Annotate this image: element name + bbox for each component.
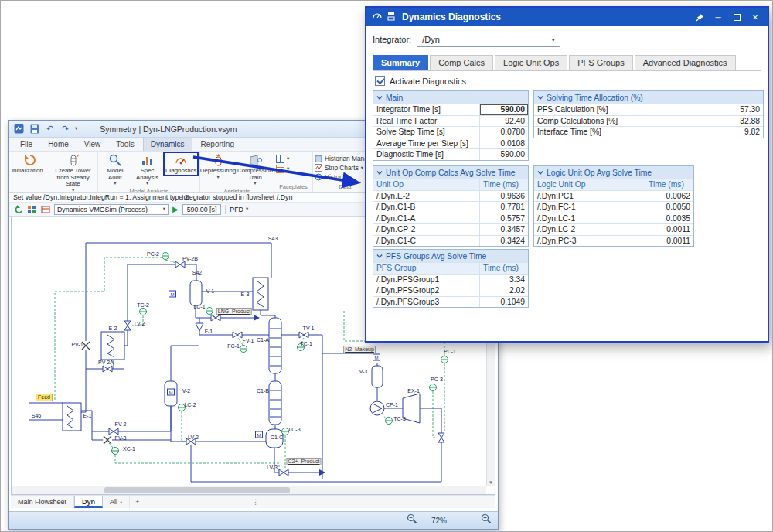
- flowsheet-tab-dyn[interactable]: Dyn: [74, 496, 103, 508]
- view-mode-selector[interactable]: PFD ▾: [230, 206, 248, 213]
- pfs-group-time[interactable]: 3.34: [480, 275, 528, 285]
- flowsheet-label[interactable]: LV-3: [267, 465, 278, 471]
- logic-op-name[interactable]: /.Dyn.FC-1: [534, 202, 645, 213]
- logic-op-time[interactable]: 0.0011: [645, 236, 693, 247]
- faceplates-button-2[interactable]: ▾: [276, 165, 311, 173]
- tab-dynamics[interactable]: Dynamics: [143, 138, 192, 151]
- flowsheet-label[interactable]: C1-C: [271, 435, 283, 441]
- property-value[interactable]: 32.88: [707, 116, 763, 127]
- unit-op-name[interactable]: /.Dyn.C1-B: [373, 202, 480, 213]
- zoom-in-icon[interactable]: [481, 513, 492, 527]
- flowsheet-label[interactable]: N2_Makeup: [343, 346, 376, 353]
- property-value[interactable]: 590.00: [480, 104, 528, 115]
- property-value[interactable]: 57.30: [707, 104, 763, 115]
- integrator-time-box[interactable]: 590.00 [s]: [182, 204, 222, 215]
- spec-analysis-button[interactable]: Spec Analysis ▾: [131, 152, 164, 187]
- redo-icon[interactable]: ↷: [60, 123, 71, 135]
- column-header[interactable]: Time (ms): [645, 179, 693, 190]
- column-header[interactable]: Unit Op: [373, 179, 480, 190]
- tab-summary[interactable]: Summary: [373, 55, 428, 70]
- titlebar-caret-icon[interactable]: ▾: [75, 126, 77, 131]
- flowsheet-label[interactable]: XC-1: [123, 446, 135, 452]
- flowsheet-label[interactable]: FV-2: [115, 421, 127, 428]
- logic-table-header[interactable]: Logic Unit Op Avg Solve Time: [534, 166, 693, 179]
- tab-advanced-diagnostics[interactable]: Advanced Diagnostics: [635, 55, 736, 70]
- unit-op-name[interactable]: /.Dyn.C1-A: [373, 213, 480, 224]
- environment-selector[interactable]: Dynamics-VMGSim (Process) ▾: [54, 204, 169, 215]
- flowsheet-tab-all[interactable]: All ▴: [103, 496, 130, 508]
- tabbar-splitter-icon[interactable]: ⋮: [252, 496, 259, 508]
- workspace-icon[interactable]: [40, 204, 50, 214]
- unit-op-name[interactable]: /.Dyn.CP-2: [373, 224, 480, 235]
- tab-home[interactable]: Home: [41, 138, 76, 151]
- horizontal-scrollbar[interactable]: [12, 486, 486, 494]
- pin-icon[interactable]: [693, 11, 707, 23]
- logic-op-time[interactable]: 0.0062: [645, 191, 693, 202]
- flowsheet-label[interactable]: FC-1: [227, 343, 240, 350]
- column-header[interactable]: Time (ms): [480, 179, 528, 190]
- unitop-table-header[interactable]: Unit Op Comp Calcs Avg Solve Time: [373, 166, 528, 179]
- faceplates-button-1[interactable]: ▾: [276, 155, 311, 163]
- flowsheet-label[interactable]: S42: [192, 270, 202, 276]
- tab-pfs-groups[interactable]: PFS Groups: [569, 55, 633, 70]
- tab-view[interactable]: View: [77, 138, 108, 151]
- logic-op-name[interactable]: /.Dyn.PC-3: [534, 236, 645, 247]
- flowsheet-label[interactable]: PC-1: [444, 349, 456, 355]
- maximize-button[interactable]: [730, 11, 744, 23]
- diagnostics-button[interactable]: Diagnostics: [164, 152, 198, 176]
- add-flowsheet-tab-button[interactable]: +: [130, 496, 145, 508]
- zoom-out-icon[interactable]: [407, 513, 417, 527]
- integrator-selector[interactable]: /Dyn ▼: [417, 32, 560, 47]
- flowsheet-label[interactable]: M: [167, 389, 175, 396]
- pfs-group-time[interactable]: 2.02: [480, 285, 528, 296]
- create-tower-button[interactable]: Create Tower from Steady State ▾: [50, 152, 96, 193]
- unit-op-name[interactable]: /.Dyn.C1-C: [373, 236, 480, 247]
- compression-train-button[interactable]: Compression Train ▾: [237, 152, 274, 187]
- flowsheet-label[interactable]: V-2: [182, 388, 191, 394]
- pfs-group-name[interactable]: /.Dyn.PFSGroup1: [373, 275, 480, 285]
- flowsheet-label[interactable]: S46: [32, 413, 41, 419]
- navigate-back-icon[interactable]: [12, 204, 22, 214]
- column-header[interactable]: Logic Unit Op: [534, 179, 645, 190]
- flowsheet-label[interactable]: CP-1: [386, 402, 398, 408]
- pfs-groups-table-header[interactable]: PFS Groups Avg Solve Time: [373, 250, 528, 262]
- pfs-group-name[interactable]: /.Dyn.PFSGroup3: [373, 297, 480, 308]
- property-value[interactable]: 590.00: [480, 149, 528, 160]
- pfs-group-time[interactable]: 0.1049: [480, 297, 528, 308]
- unit-op-time[interactable]: 0.5757: [480, 213, 528, 224]
- run-integrator-icon[interactable]: ▶: [172, 206, 179, 213]
- main-table-header[interactable]: Main: [373, 91, 528, 104]
- column-header[interactable]: Time (ms): [480, 263, 528, 274]
- property-value[interactable]: 92.40: [480, 116, 528, 127]
- depressuring-button[interactable]: Depressuring ▾: [200, 152, 236, 180]
- initialization-button[interactable]: Initialization...: [10, 152, 49, 176]
- logic-op-time[interactable]: 0.0011: [645, 224, 693, 235]
- flowsheet-label[interactable]: V-1: [206, 288, 215, 295]
- flowsheet-label[interactable]: LV-2: [188, 435, 199, 441]
- model-audit-button[interactable]: Model Audit ▾: [100, 152, 131, 187]
- tab-reporting[interactable]: Reporting: [194, 138, 241, 151]
- flowsheet-label[interactable]: TC-2: [137, 302, 149, 309]
- activate-diagnostics-checkbox[interactable]: [375, 76, 385, 86]
- flowsheet-label[interactable]: F-1: [205, 329, 213, 335]
- tab-logic-unit-ops[interactable]: Logic Unit Ops: [495, 55, 567, 70]
- flowsheet-label[interactable]: FV-1: [243, 338, 254, 344]
- flowsheet-label[interactable]: M: [373, 354, 380, 361]
- unit-op-time[interactable]: 0.9636: [480, 191, 528, 202]
- unit-op-name[interactable]: /.Dyn.E-2: [373, 191, 480, 202]
- flowsheet-label[interactable]: M: [169, 291, 176, 298]
- scrollbar-thumb[interactable]: [104, 487, 290, 493]
- column-header[interactable]: PFS Group: [373, 263, 480, 274]
- flowsheet-label[interactable]: PV-2A: [98, 360, 114, 366]
- undo-icon[interactable]: ↶: [44, 123, 56, 135]
- flowsheet-label[interactable]: E-3: [241, 292, 250, 298]
- dock-icon[interactable]: [387, 10, 395, 24]
- flowsheet-label[interactable]: LC-3: [288, 427, 300, 433]
- minimize-button[interactable]: ─: [711, 11, 725, 23]
- flowsheet-label[interactable]: PC-3: [431, 377, 443, 383]
- property-value[interactable]: 9.82: [707, 127, 763, 138]
- flowsheet-label[interactable]: PV-1: [71, 342, 83, 348]
- flowsheet-label[interactable]: Feed: [36, 394, 53, 401]
- flowsheet-label[interactable]: C1-A: [257, 337, 269, 343]
- tab-file[interactable]: File: [13, 138, 39, 151]
